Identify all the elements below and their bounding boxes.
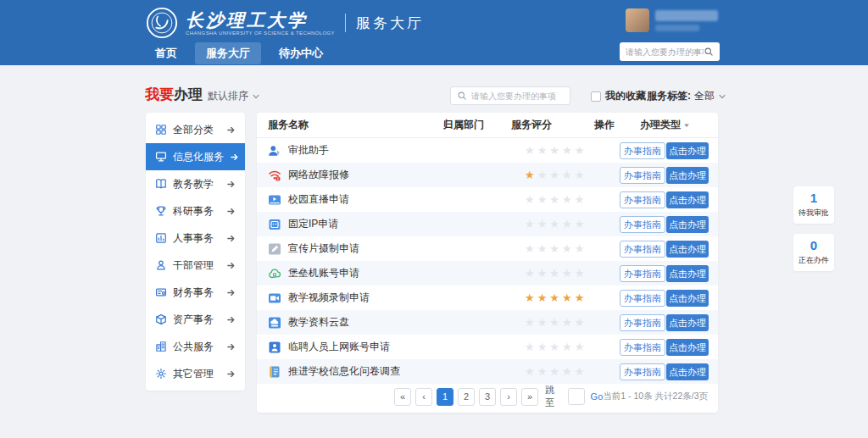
next-page-button[interactable]: › xyxy=(500,388,517,406)
gear-icon xyxy=(155,368,167,380)
stat-in-progress[interactable]: 0 正在办件 xyxy=(793,234,834,271)
favorites-checkbox[interactable] xyxy=(591,91,601,102)
nav-tab-home[interactable]: 首页 xyxy=(144,42,188,64)
apply-button[interactable]: 点击办理 xyxy=(666,265,709,282)
sidebar-item-label: 干部管理 xyxy=(173,258,214,273)
apply-button[interactable]: 点击办理 xyxy=(666,314,709,331)
service-hall-screen: 长沙理工大学 CHANGSHA UNIVERSITY OF SCIENCE & … xyxy=(0,0,868,438)
sort-label: 默认排序 xyxy=(208,89,248,103)
nav-tab-service-hall[interactable]: 服务大厅 xyxy=(195,42,261,64)
guide-button[interactable]: 办事指南 xyxy=(620,167,665,184)
guide-button[interactable]: 办事指南 xyxy=(620,241,665,258)
star-icon: ★ xyxy=(562,316,572,329)
table-row-temp-staff-net-account: 临聘人员上网账号申请 ★★★★★ 办事指南 点击办理 xyxy=(257,335,718,359)
service-rating: ★★★★★ xyxy=(506,316,587,329)
avatar[interactable] xyxy=(626,8,649,32)
guide-button[interactable]: 办事指南 xyxy=(620,142,665,159)
pagination-summary: 当前1 - 10条 共计22条/3页 xyxy=(603,391,708,402)
guide-button[interactable]: 办事指南 xyxy=(620,216,665,233)
table-row-teaching-cloud-disk: 教学资料云盘 ★★★★★ 办事指南 点击办理 xyxy=(257,310,718,335)
stat-pending-approval[interactable]: 1 待我审批 xyxy=(793,186,834,224)
sidebar-item-all-categories[interactable]: 全部分类 xyxy=(146,116,245,143)
service-name: 堡垒机账号申请 xyxy=(288,266,359,280)
prev-page-button[interactable]: ‹ xyxy=(415,388,432,406)
sort-dropdown[interactable]: 默认排序 xyxy=(208,89,260,103)
column-type-dropdown[interactable]: 办理类型 xyxy=(632,118,709,132)
guide-button[interactable]: 办事指南 xyxy=(620,363,665,380)
apply-button[interactable]: 点击办理 xyxy=(666,241,709,258)
guide-button[interactable]: 办事指南 xyxy=(620,265,665,282)
book-icon xyxy=(155,178,167,190)
apply-button[interactable]: 点击办理 xyxy=(666,216,709,233)
star-icon: ★ xyxy=(525,365,535,378)
service-name: 教学视频录制申请 xyxy=(288,291,370,305)
nav-tab-todo-center[interactable]: 待办中心 xyxy=(268,42,334,64)
star-icon: ★ xyxy=(562,341,572,353)
sidebar-item-research-affairs[interactable]: 科研事务 xyxy=(146,197,245,225)
sidebar-item-public-services[interactable]: 公共服务 xyxy=(146,333,245,360)
star-icon: ★ xyxy=(562,218,572,230)
sidebar-item-other-management[interactable]: 其它管理 xyxy=(146,360,245,387)
sidebar-item-it-services[interactable]: 信息化服务 xyxy=(146,143,245,170)
service-search-input[interactable] xyxy=(471,91,564,101)
apply-button[interactable]: 点击办理 xyxy=(666,339,709,356)
first-page-button[interactable]: « xyxy=(394,388,411,406)
star-icon: ★ xyxy=(562,365,572,378)
sidebar-item-hr-affairs[interactable]: 人事事务 xyxy=(146,225,245,252)
star-icon: ★ xyxy=(537,267,548,280)
star-icon: ★ xyxy=(525,267,535,280)
building-icon xyxy=(155,341,167,352)
apply-button[interactable]: 点击办理 xyxy=(666,167,709,184)
sidebar-item-finance-affairs[interactable]: 财务事务 xyxy=(146,279,245,306)
portal-title: 服务大厅 xyxy=(356,14,424,33)
apply-button[interactable]: 点击办理 xyxy=(666,363,709,380)
person-icon xyxy=(155,259,167,271)
star-icon: ★ xyxy=(549,291,559,304)
header-search-input[interactable] xyxy=(626,47,704,57)
sidebar-item-label: 其它管理 xyxy=(173,367,214,381)
page-button-1[interactable]: 1 xyxy=(437,388,453,406)
service-tag-filter[interactable]: 服务标签: 全部 xyxy=(647,89,726,103)
go-button[interactable]: Go xyxy=(591,391,604,402)
guide-button[interactable]: 办事指南 xyxy=(620,339,665,356)
search-icon xyxy=(457,91,467,101)
arrow-right-icon xyxy=(226,315,236,324)
header-search xyxy=(620,42,720,61)
star-icon: ★ xyxy=(562,242,572,255)
jump-page-input[interactable] xyxy=(568,388,585,405)
star-icon: ★ xyxy=(537,144,548,157)
sidebar-item-academic-teaching[interactable]: 教务教学 xyxy=(146,170,245,197)
service-table: 服务名称 归属部门 服务评分 操作 办理类型 审批助手 ★★★★★ 办事指南 点… xyxy=(257,113,718,413)
star-icon: ★ xyxy=(575,218,585,230)
service-rating: ★★★★★ xyxy=(506,242,587,255)
page-button-2[interactable]: 2 xyxy=(458,388,475,406)
sidebar-item-asset-affairs[interactable]: 资产事务 xyxy=(146,306,245,333)
finance-icon xyxy=(155,286,167,298)
guide-button[interactable]: 办事指南 xyxy=(620,290,665,307)
sidebar-item-cadre-management[interactable]: 干部管理 xyxy=(146,252,245,279)
star-icon: ★ xyxy=(549,341,559,353)
user-account[interactable] xyxy=(626,8,718,32)
chevron-down-icon xyxy=(718,92,726,101)
star-icon: ★ xyxy=(525,291,535,304)
page-buttons: 123 xyxy=(437,388,500,406)
app-header: 长沙理工大学 CHANGSHA UNIVERSITY OF SCIENCE & … xyxy=(0,0,868,65)
service-rating: ★★★★★ xyxy=(506,365,587,378)
guide-button[interactable]: 办事指南 xyxy=(620,314,665,331)
service-name: 校园直播申请 xyxy=(288,192,349,207)
guide-button[interactable]: 办事指南 xyxy=(620,191,665,208)
sidebar-item-label: 财务事务 xyxy=(173,286,214,300)
star-icon: ★ xyxy=(549,144,559,157)
sidebar-item-label: 信息化服务 xyxy=(173,150,224,164)
apply-button[interactable]: 点击办理 xyxy=(666,191,709,208)
last-page-button[interactable]: » xyxy=(521,388,538,406)
favorites-filter[interactable]: 我的收藏 xyxy=(591,89,646,103)
favorites-label: 我的收藏 xyxy=(605,89,646,103)
page-button-3[interactable]: 3 xyxy=(479,388,496,406)
apply-button[interactable]: 点击办理 xyxy=(666,290,709,307)
apply-button[interactable]: 点击办理 xyxy=(666,142,709,159)
star-icon: ★ xyxy=(562,291,572,304)
star-icon: ★ xyxy=(537,193,548,206)
sidebar-item-label: 科研事务 xyxy=(173,204,214,219)
ip-icon xyxy=(268,218,281,231)
